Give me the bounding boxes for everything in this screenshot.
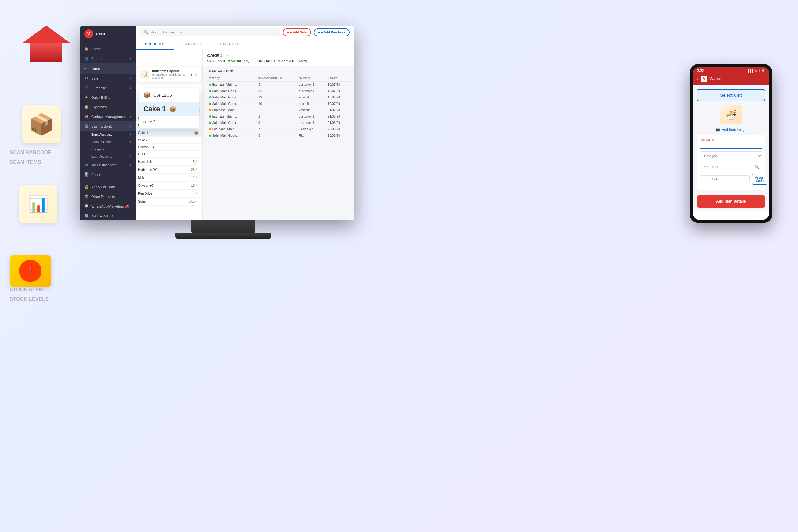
dropdown-item-cake1[interactable]: Cake 1 📦	[139, 102, 199, 116]
deco-barcode-icon: 📊	[19, 185, 57, 223]
item-row-harddisk[interactable]: Hard disk 5 ⋮	[135, 158, 202, 166]
td-name-5: customer 1	[297, 113, 326, 120]
loan-icon: 💰	[84, 185, 89, 189]
deco-house	[22, 25, 70, 67]
monitor-screen: V Print › 🏠 Home 👥 Parties ▾	[80, 25, 354, 220]
tab-services[interactable]: SERVICES	[174, 39, 210, 50]
cash-bank-chevron-icon: ▴	[129, 125, 131, 128]
tab-products[interactable]: PRODUCTS	[135, 39, 174, 50]
item-share-icon[interactable]: ↗	[225, 54, 228, 58]
sidebar-item-home[interactable]: 🏠 Home	[80, 44, 135, 54]
item-row-h2o[interactable]: H2O	[135, 151, 202, 158]
search-box[interactable]: 🔍	[140, 28, 280, 36]
add-sale-button[interactable]: + + Add Sale	[283, 28, 311, 36]
dropdown-item-c6h12o6[interactable]: 📦 C6H12O6	[139, 88, 199, 102]
table-row: Purchase (Main ... koushiki 01/07/20	[207, 107, 350, 113]
item-title: CAKE 1	[207, 53, 222, 58]
item-row-cake2[interactable]: cake 2	[135, 137, 202, 144]
add-item-details-button[interactable]: Add Item Details	[696, 195, 765, 208]
td-invoice-6: 9	[256, 120, 297, 126]
sidebar-item-quick-billing[interactable]: ⚡ Quick Billing	[80, 93, 135, 102]
sidebar-item-other-products[interactable]: 📦 Other Products	[80, 192, 135, 202]
item-row-carbon[interactable]: Carbon (C)	[135, 144, 202, 151]
sidebar-item-purchase[interactable]: 🛒 Purchase ▾	[80, 83, 135, 93]
sidebar-logo: V Print ›	[80, 25, 135, 42]
search-input[interactable]	[150, 30, 277, 34]
sidebar-sub-loan-accounts[interactable]: Loan Accounts +	[80, 153, 135, 160]
sidebar-item-sale[interactable]: 🏷 Sale ▾	[80, 74, 135, 83]
item-name-input[interactable]	[700, 142, 762, 149]
item-row-cake1[interactable]: Cake 1 📦	[135, 129, 202, 137]
wifi-icon: WiFi	[754, 69, 760, 72]
sidebar-item-reports[interactable]: 📊 Reports	[80, 170, 135, 179]
godown-icon: 🏭	[84, 114, 89, 119]
add-sale-icon: +	[287, 31, 289, 34]
phone-wrapper: 3:30 ▐▐▐ WiFi 🔋 ‹ V Vyapar	[690, 64, 779, 223]
loan-accounts-plus-icon[interactable]: +	[129, 155, 131, 158]
assign-code-button[interactable]: Assign Code	[752, 174, 767, 185]
tab-category[interactable]: CATEGORY	[211, 39, 249, 50]
sidebar-sub-cash-in-hand[interactable]: Cash In Hand +	[80, 138, 135, 146]
hsn-search-icon[interactable]: 🔍	[755, 165, 759, 169]
sidebar-nav[interactable]: 🏠 Home 👥 Parties ▾ ≡ Items + 🏷	[80, 42, 135, 220]
bulk-close-icon[interactable]: ×	[195, 72, 198, 77]
add-image-button[interactable]: 📷 Add Item Image	[696, 128, 765, 132]
sidebar-label-quick-billing: Quick Billing	[91, 96, 131, 99]
sidebar-sub-bank-accounts[interactable]: Bank Accounts +	[80, 131, 135, 138]
item-actions-milk[interactable]: ⋮	[195, 175, 200, 180]
item-actions-oxygen[interactable]: ⋮	[195, 183, 200, 188]
bank-accounts-plus-icon[interactable]: +	[129, 133, 131, 136]
sidebar-item-items[interactable]: ≡ Items +	[80, 63, 135, 74]
sidebar-label-whatsapp: WhatsApp Marketing 📣	[91, 204, 131, 208]
item-row-milk[interactable]: Milk 11 ⋮	[135, 174, 202, 182]
sidebar-label-purchase: Purchase	[91, 86, 129, 90]
table-row: Sale (Main Godo... 11 customer 1 16/07/2…	[207, 88, 350, 94]
cake1-text: Cake 1	[143, 105, 166, 113]
purchase-price: PURCHASE PRICE: ₹ 780.00 (excl)	[256, 59, 307, 63]
category-select[interactable]: Category	[700, 151, 762, 160]
name-filter-icon: ▽	[308, 77, 310, 80]
dot-4	[209, 109, 211, 111]
td-name-1: customer 1	[297, 88, 326, 94]
table-row: PoS Sale (Main ... 7 Cash Sale 20/06/20	[207, 126, 350, 133]
product-image-area: 🍜	[696, 105, 765, 124]
sidebar-item-parties[interactable]: 👥 Parties ▾	[80, 54, 135, 63]
phone-back-button[interactable]: ‹	[696, 76, 698, 82]
dot-6	[209, 122, 211, 124]
cash-in-hand-plus-icon[interactable]: +	[129, 140, 131, 144]
sidebar-item-godown[interactable]: 🏭 Godown Management ▾	[80, 112, 135, 121]
phone-status-bar: 3:30 ▐▐▐ WiFi 🔋	[693, 67, 769, 74]
sidebar-item-whatsapp[interactable]: 💬 WhatsApp Marketing 📣	[80, 202, 135, 211]
item-actions-pendrive[interactable]: ⋮	[195, 191, 200, 196]
add-purchase-button[interactable]: + + Add Purchase	[314, 28, 350, 36]
expenses-icon: 📋	[84, 105, 89, 109]
sidebar-item-apply-loan[interactable]: 💰 Apply For Loan	[80, 182, 135, 192]
item-row-oxygen[interactable]: Oxygen (O) 10 ⋮	[135, 182, 202, 190]
dropdown-item-cake2[interactable]: cake 2	[139, 116, 199, 128]
item-row-sugar[interactable]: Sugar -64.5 ⋮	[135, 197, 202, 206]
item-actions-hydrogen[interactable]: ⋮	[195, 167, 200, 172]
sidebar-item-cash-bank[interactable]: 🏦 Cash & Bank ▴	[80, 121, 135, 131]
item-code-row: Assign Code	[700, 174, 762, 185]
sidebar-sub-cheques[interactable]: Cheques	[80, 146, 135, 153]
td-invoice-2: 12	[256, 94, 297, 101]
bulk-text: Bulk Items Update Update/Edit multiple i…	[152, 70, 188, 79]
td-name-7: Cash Sale	[297, 126, 326, 133]
item-code-input[interactable]	[700, 175, 749, 183]
item-actions-harddisk[interactable]: ⋮	[195, 159, 200, 164]
sidebar-item-expenses[interactable]: 📋 Expenses	[80, 102, 135, 112]
select-unit-button[interactable]: Select Unit	[696, 89, 765, 101]
item-actions-sugar[interactable]: ⋮	[195, 199, 200, 204]
sidebar-item-my-online-store[interactable]: 🛍 My Online Store ▾	[80, 160, 135, 170]
item-row-pendrive[interactable]: Pen Drive 4 ⋮	[135, 190, 202, 197]
item-detail-header: CAKE 1 ↗ SALE PRICE: ₹ 500.00 (incl) PUR…	[203, 50, 354, 66]
search-icon: 🔍	[144, 30, 148, 34]
items-plus-icon[interactable]: +	[129, 66, 131, 71]
items-icon: ≡	[84, 66, 89, 71]
whatsapp-icon: 💬	[84, 204, 89, 208]
sidebar-item-sync[interactable]: 🔄 Sync & Share	[80, 211, 135, 220]
monitor-stand	[192, 220, 255, 233]
sidebar-label-online-store: My Online Store	[91, 163, 129, 167]
bulk-arrow-icon[interactable]: ›	[191, 72, 193, 77]
item-row-hydrogen[interactable]: Hydrogen (H) 26 ⋮	[135, 166, 202, 174]
